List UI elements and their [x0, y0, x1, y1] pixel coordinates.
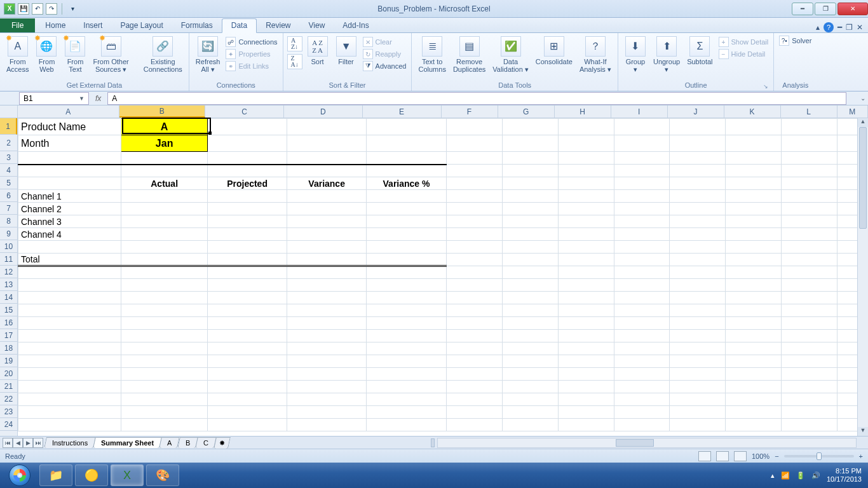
cell-E11[interactable]	[367, 254, 447, 266]
cell-K10[interactable]	[726, 241, 782, 254]
cell-E19[interactable]	[367, 355, 447, 368]
taskbar-explorer[interactable]: 📁	[39, 464, 72, 486]
cell-G12[interactable]	[502, 266, 558, 279]
cell-I6[interactable]	[614, 190, 670, 203]
cell-L6[interactable]	[782, 190, 837, 203]
row-header-8[interactable]: 8	[0, 215, 17, 227]
cell-D2[interactable]	[287, 135, 367, 152]
cell-C2[interactable]	[207, 135, 287, 152]
cell-J19[interactable]	[670, 355, 726, 368]
cell-A5[interactable]	[18, 177, 121, 190]
cell-C18[interactable]	[207, 342, 287, 355]
cell-A20[interactable]	[18, 368, 121, 381]
cell-F14[interactable]	[446, 292, 502, 304]
cell-L7[interactable]	[782, 203, 837, 215]
row-header-5[interactable]: 5	[0, 177, 17, 189]
cell-E8[interactable]	[367, 215, 447, 228]
cell-F5[interactable]	[446, 177, 502, 190]
mdi-restore-icon[interactable]: ❐	[846, 23, 853, 32]
cell-B9[interactable]	[121, 228, 208, 241]
cell-D12[interactable]	[287, 266, 367, 279]
cell-D14[interactable]	[287, 292, 367, 304]
tab-review[interactable]: Review	[257, 19, 299, 32]
cell-E16[interactable]	[367, 317, 447, 330]
cell-E9[interactable]	[367, 228, 447, 241]
cell-A6[interactable]: Channel 1	[18, 190, 121, 203]
cell-H24[interactable]	[558, 419, 614, 431]
cell-H2[interactable]	[558, 135, 614, 152]
cell-A18[interactable]	[18, 342, 121, 355]
cell-D8[interactable]	[287, 215, 367, 228]
cell-F22[interactable]	[446, 393, 502, 406]
cell-D6[interactable]	[287, 190, 367, 203]
cell-H17[interactable]	[558, 330, 614, 342]
cell-L2[interactable]	[782, 135, 837, 152]
cell-I16[interactable]	[614, 317, 670, 330]
tab-insert[interactable]: Insert	[74, 19, 111, 32]
cell-B15[interactable]	[121, 304, 208, 317]
cell-J20[interactable]	[670, 368, 726, 381]
cell-C8[interactable]	[207, 215, 287, 228]
row-header-1[interactable]: 1	[0, 118, 17, 135]
cell-D22[interactable]	[287, 393, 367, 406]
cell-J16[interactable]	[670, 317, 726, 330]
from-access-button[interactable]: AFrom Access	[4, 35, 31, 74]
cell-G24[interactable]	[502, 419, 558, 431]
col-header-C[interactable]: C	[205, 105, 284, 118]
cell-J11[interactable]	[670, 254, 726, 266]
cell-H8[interactable]	[558, 215, 614, 228]
row-header-6[interactable]: 6	[0, 189, 17, 202]
cell-C21[interactable]	[207, 381, 287, 393]
cell-K3[interactable]	[726, 152, 782, 165]
cell-I11[interactable]	[614, 254, 670, 266]
cell-H1[interactable]	[558, 119, 614, 135]
prev-tab-icon[interactable]: ◀	[13, 438, 23, 448]
solver-button[interactable]: ?•Solver	[778, 35, 813, 46]
cell-L19[interactable]	[782, 355, 837, 368]
cell-G20[interactable]	[502, 368, 558, 381]
text-to-columns-button[interactable]: ≣Text to Columns	[416, 35, 448, 74]
maximize-button[interactable]: ❐	[815, 3, 836, 15]
cell-F24[interactable]	[446, 419, 502, 431]
cell-G11[interactable]	[502, 254, 558, 266]
zoom-percent[interactable]: 100%	[752, 452, 770, 460]
cell-B5[interactable]: Actual	[121, 177, 208, 190]
cell-I5[interactable]	[614, 177, 670, 190]
cell-L24[interactable]	[782, 419, 837, 431]
cell-E6[interactable]	[367, 190, 447, 203]
cell-K8[interactable]	[726, 215, 782, 228]
row-header-23[interactable]: 23	[0, 405, 17, 418]
cell-F6[interactable]	[446, 190, 502, 203]
cell-E12[interactable]	[367, 266, 447, 279]
cell-A13[interactable]	[18, 279, 121, 292]
cell-A15[interactable]	[18, 304, 121, 317]
cell-C6[interactable]	[207, 190, 287, 203]
cell-H13[interactable]	[558, 279, 614, 292]
col-header-J[interactable]: J	[668, 105, 724, 118]
page-break-view-button[interactable]	[734, 451, 747, 461]
row-header-22[interactable]: 22	[0, 393, 17, 405]
cell-H10[interactable]	[558, 241, 614, 254]
cell-I9[interactable]	[614, 228, 670, 241]
cell-G23[interactable]	[502, 406, 558, 419]
cell-I14[interactable]	[614, 292, 670, 304]
cell-K12[interactable]	[726, 266, 782, 279]
cell-J14[interactable]	[670, 292, 726, 304]
cell-E20[interactable]	[367, 368, 447, 381]
cell-G13[interactable]	[502, 279, 558, 292]
cell-C5[interactable]: Projected	[207, 177, 287, 190]
col-header-G[interactable]: G	[498, 105, 555, 118]
cell-B17[interactable]	[121, 330, 208, 342]
cell-C14[interactable]	[207, 292, 287, 304]
cell-G5[interactable]	[502, 177, 558, 190]
filter-button[interactable]: ▼Filter	[333, 35, 360, 67]
first-tab-icon[interactable]: ⏮	[3, 438, 13, 448]
help-icon[interactable]: ?	[824, 22, 834, 32]
row-header-14[interactable]: 14	[0, 291, 17, 304]
whatif-button[interactable]: ？What-If Analysis ▾	[577, 35, 614, 74]
cell-B21[interactable]	[121, 381, 208, 393]
sheet-tab-a[interactable]: A	[159, 437, 180, 448]
horizontal-scrollbar[interactable]	[437, 438, 857, 448]
cell-G19[interactable]	[502, 355, 558, 368]
cell-E23[interactable]	[367, 406, 447, 419]
